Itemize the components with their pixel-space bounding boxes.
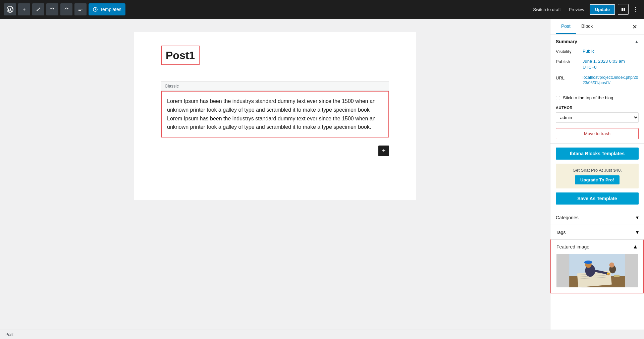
tab-block[interactable]: Block <box>576 19 598 34</box>
featured-image-thumbnail[interactable] <box>556 254 638 287</box>
publish-row: Publish June 1, 2023 6:03 am UTC+0 <box>556 58 639 70</box>
url-value[interactable]: localhost/project1/index.php/2023/06/01/… <box>583 75 639 86</box>
visibility-label: Visibility <box>556 48 583 54</box>
svg-point-16 <box>609 263 614 268</box>
tab-post[interactable]: Post <box>556 19 576 34</box>
classic-label: Classic <box>165 83 179 89</box>
ibtana-section: Ibtana Blocks Templates <box>550 144 644 164</box>
toolbar-left: + Templates <box>4 3 530 15</box>
categories-section: Categories ▾ <box>550 210 644 225</box>
templates-label: Templates <box>100 7 121 12</box>
svg-rect-1 <box>622 8 623 11</box>
main-layout: Post1 Classic Lorem Ipsum has been the i… <box>0 19 644 330</box>
author-label: AUTHOR <box>556 106 639 110</box>
sirat-pro-banner: Get Sirat Pro At Just $40. Upgrade To Pr… <box>556 164 639 188</box>
summary-chevron-icon: ▲ <box>635 39 639 44</box>
publish-label: Publish <box>556 58 583 64</box>
categories-chevron-icon: ▾ <box>636 214 639 221</box>
add-block-button[interactable]: + <box>378 146 389 156</box>
status-bar: Post <box>0 330 644 339</box>
svg-rect-2 <box>624 8 625 11</box>
post-body-text: Lorem Ipsum has been the industrys stand… <box>167 97 383 131</box>
stick-to-top-label: Stick to the top of the blog <box>563 95 613 100</box>
undo-button[interactable] <box>46 3 58 15</box>
featured-image-section: Featured image ▲ <box>550 239 644 293</box>
post-title[interactable]: Post1 <box>166 49 195 62</box>
url-label: URL <box>556 75 583 80</box>
sidebar-tabs: Post Block <box>556 19 631 34</box>
author-section: AUTHOR admin <box>550 106 644 128</box>
stick-to-top-checkbox[interactable] <box>556 96 560 100</box>
stick-to-top-row: Stick to the top of the blog <box>550 95 644 106</box>
featured-chevron-icon: ▲ <box>633 244 638 250</box>
document-overview-button[interactable] <box>74 3 87 15</box>
wordpress-logo[interactable] <box>4 3 16 15</box>
sidebar-header: Post Block ✕ <box>550 19 644 35</box>
summary-title: Summary <box>556 39 577 44</box>
url-row: URL localhost/project1/index.php/2023/06… <box>556 75 639 86</box>
tags-header[interactable]: Tags ▾ <box>550 225 644 239</box>
summary-rows: Visibility Public Publish June 1, 2023 6… <box>550 48 644 95</box>
post-title-block[interactable]: Post1 <box>161 46 200 65</box>
main-toolbar: + Templates Switch to draft Preview Upda… <box>0 0 644 19</box>
upgrade-to-pro-button[interactable]: Upgrade To Pro! <box>575 175 620 184</box>
tags-title: Tags <box>556 230 566 235</box>
ibtana-blocks-button[interactable]: Ibtana Blocks Templates <box>556 148 639 160</box>
status-post-label: Post <box>5 332 13 337</box>
tags-chevron-icon: ▾ <box>636 229 639 235</box>
move-to-trash-button[interactable]: Move to trash <box>556 128 639 139</box>
right-sidebar: Post Block ✕ Summary ▲ Visibility Public <box>550 19 644 330</box>
editor-canvas: Post1 Classic Lorem Ipsum has been the i… <box>134 32 416 200</box>
visibility-value[interactable]: Public <box>583 48 639 54</box>
redo-button[interactable] <box>60 3 72 15</box>
save-as-template-button[interactable]: Save As Template <box>556 192 639 205</box>
add-block-toolbar-button[interactable]: + <box>18 3 30 15</box>
tags-section: Tags ▾ <box>550 225 644 239</box>
edit-mode-button[interactable] <box>32 3 44 15</box>
sidebar-content: Summary ▲ Visibility Public Publish June… <box>550 35 644 330</box>
summary-header[interactable]: Summary ▲ <box>550 35 644 48</box>
author-select[interactable]: admin <box>556 112 639 123</box>
visibility-row: Visibility Public <box>556 48 639 54</box>
preview-button[interactable]: Preview <box>566 6 587 13</box>
view-toggle-button[interactable] <box>618 4 629 15</box>
summary-section: Summary ▲ Visibility Public Publish June… <box>550 35 644 144</box>
sirat-banner-text: Get Sirat Pro At Just $40. <box>560 168 635 173</box>
categories-title: Categories <box>556 215 579 220</box>
update-button[interactable]: Update <box>590 4 615 15</box>
switch-to-draft-button[interactable]: Switch to draft <box>530 6 563 13</box>
templates-button[interactable]: Templates <box>89 3 125 15</box>
toolbar-right: Switch to draft Preview Update ⋮ <box>530 4 640 15</box>
featured-image-title: Featured image <box>556 244 589 249</box>
svg-rect-17 <box>614 275 620 277</box>
classic-toolbar-bar: Classic <box>161 81 389 91</box>
featured-image-header[interactable]: Featured image ▲ <box>551 240 643 254</box>
categories-header[interactable]: Categories ▾ <box>550 210 644 225</box>
more-options-button[interactable]: ⋮ <box>631 4 640 14</box>
sidebar-close-button[interactable]: ✕ <box>631 22 639 32</box>
editor-area: Post1 Classic Lorem Ipsum has been the i… <box>0 19 550 330</box>
featured-image-preview <box>551 254 643 293</box>
publish-value[interactable]: June 1, 2023 6:03 am UTC+0 <box>583 58 639 70</box>
post-content-block[interactable]: Lorem Ipsum has been the industrys stand… <box>161 91 389 137</box>
svg-rect-13 <box>584 262 592 263</box>
